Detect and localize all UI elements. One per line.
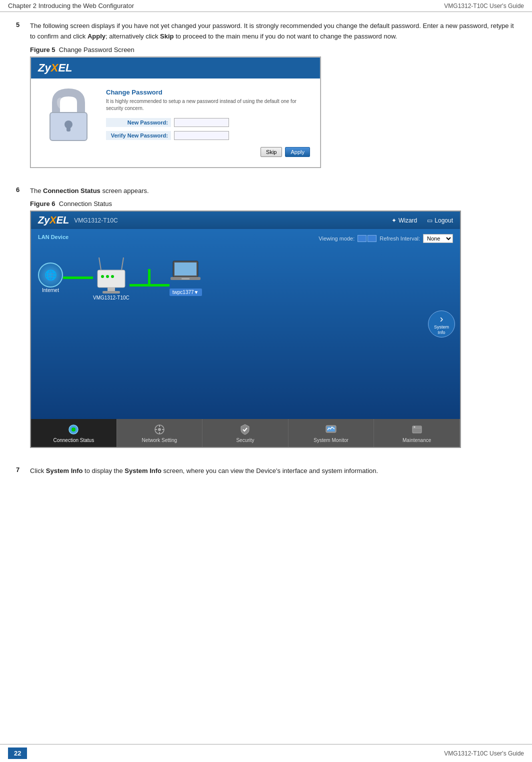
svg-point-24	[414, 426, 415, 428]
step-6-text: The Connection Status screen appears.	[30, 186, 516, 196]
svg-point-17	[72, 428, 76, 432]
cp-new-password-input[interactable]	[174, 118, 229, 127]
logout-icon: ▭	[427, 217, 432, 224]
cs-main: LAN Device Viewing mode: Refresh Interva…	[31, 229, 460, 419]
lock-icon-container	[41, 88, 96, 144]
logout-button[interactable]: ▭ Logout	[427, 217, 453, 224]
cp-new-password-label: New Password:	[106, 118, 171, 127]
step-5: 5 The following screen displays if you h…	[16, 21, 516, 177]
system-monitor-icon	[324, 423, 338, 436]
cp-form-area: Change Password It is highly recommended…	[106, 88, 310, 157]
svg-rect-15	[182, 278, 190, 280]
page-content: 5 The following screen displays if you h…	[0, 12, 532, 506]
sysinfo-arrow-icon: ›	[440, 313, 444, 324]
router-icon	[95, 255, 128, 295]
cp-header: ZyXEL	[31, 58, 320, 78]
step-number-7: 7	[16, 466, 25, 480]
wizard-button[interactable]: ✦ Wizard	[392, 217, 417, 224]
view-icon-list[interactable]	[368, 235, 376, 242]
page-header: Chapter 2 Introducing the Web Configurat…	[0, 0, 532, 12]
nav-security[interactable]: Security	[202, 419, 288, 447]
svg-point-7	[111, 275, 114, 278]
svg-rect-2	[66, 124, 70, 132]
sysinfo-label: SystemInfo	[434, 324, 449, 336]
figure-5-label: Figure 5 Change Password Screen	[30, 46, 516, 54]
nav-maintenance[interactable]: Maintenance	[374, 419, 460, 447]
connection-status-nav-label: Connection Status	[53, 438, 94, 443]
svg-point-19	[158, 428, 161, 431]
network-diagram: 🌐 Internet	[38, 255, 453, 300]
refresh-interval-select[interactable]: None 5s 10s	[423, 234, 453, 243]
laptop-icon	[170, 260, 200, 288]
viewing-mode-label: Viewing mode:	[318, 236, 354, 242]
cp-body: Change Password It is highly recommended…	[31, 78, 320, 167]
svg-rect-8	[108, 288, 115, 292]
skip-button[interactable]: Skip	[260, 147, 282, 157]
connection-status-screenshot: ZyXEL VMG1312-T10C ✦ Wizard ▭ Logout	[30, 210, 461, 448]
cp-form-title: Change Password	[106, 88, 310, 96]
cs-viewing-row: Viewing mode: Refresh Interval: None 5s …	[318, 234, 453, 243]
cs-model-label: VMG1312-T10C	[74, 217, 118, 224]
globe-icon: 🌐	[38, 262, 63, 288]
junction	[130, 269, 170, 286]
cp-new-password-row: New Password:	[106, 118, 310, 127]
step-6: 6 The Connection Status screen appears. …	[16, 186, 516, 458]
network-setting-nav-label: Network Setting	[142, 438, 178, 443]
cs-topbar-right: ✦ Wizard ▭ Logout	[392, 217, 453, 224]
svg-point-6	[106, 275, 109, 278]
connection-status-screen: ZyXEL VMG1312-T10C ✦ Wizard ▭ Logout	[30, 211, 460, 448]
laptop-device: twpc1377▼	[170, 260, 202, 296]
svg-line-11	[122, 258, 124, 270]
refresh-interval-label: Refresh Interval:	[380, 236, 420, 242]
laptop-label[interactable]: twpc1377▼	[170, 288, 202, 296]
nav-connection-status[interactable]: Connection Status	[31, 419, 117, 447]
step-7: 7 Click System Info to display the Syste…	[16, 466, 516, 480]
footer-guide-title: VMG1312-T10C User's Guide	[444, 750, 524, 757]
network-setting-icon	[153, 423, 166, 436]
security-nav-label: Security	[236, 438, 254, 443]
line-to-router	[63, 276, 93, 279]
maintenance-nav-label: Maintenance	[402, 438, 431, 443]
cs-bottomnav: Connection Status Network Setting	[31, 419, 460, 447]
cp-form-desc: It is highly recommended to setup a new …	[106, 98, 310, 112]
connection-status-icon	[67, 423, 80, 436]
cs-viewing-icons	[358, 235, 376, 242]
maintenance-icon	[410, 423, 424, 436]
page-number: 22	[8, 748, 27, 759]
guide-title-header: VMG1312-T10C User's Guide	[444, 2, 524, 10]
cp-verify-password-label: Verify New Password:	[106, 131, 171, 140]
step-6-body: The Connection Status screen appears. Fi…	[30, 186, 516, 458]
nav-network-setting[interactable]: Network Setting	[117, 419, 203, 447]
apply-button[interactable]: Apply	[285, 147, 310, 157]
security-icon	[238, 423, 252, 436]
wizard-icon: ✦	[392, 217, 396, 224]
system-monitor-nav-label: System Monitor	[314, 438, 348, 443]
figure-6-label: Figure 6 Connection Status	[30, 200, 516, 208]
cs-logo-area: ZyXEL VMG1312-T10C	[38, 214, 118, 226]
step-7-body: Click System Info to display the System …	[30, 466, 516, 480]
svg-rect-4	[98, 270, 125, 288]
logout-label: Logout	[434, 217, 453, 224]
chapter-title: Chapter 2 Introducing the Web Configurat…	[8, 2, 134, 10]
step-7-text: Click System Info to display the System …	[30, 466, 516, 476]
router-device: VMG1312-T10C	[93, 255, 130, 300]
zyxel-logo-cs: ZyXEL	[38, 214, 69, 226]
sysinfo-button[interactable]: › SystemInfo	[428, 310, 455, 338]
page-footer: 22 VMG1312-T10C User's Guide	[0, 744, 532, 762]
cs-topbar: ZyXEL VMG1312-T10C ✦ Wizard ▭ Logout	[31, 212, 460, 229]
internet-device: 🌐 Internet	[38, 262, 63, 293]
view-icon-grid[interactable]	[358, 235, 366, 242]
cp-verify-password-row: Verify New Password:	[106, 131, 310, 140]
step-number-5: 5	[16, 21, 25, 177]
change-password-screen: ZyXEL	[30, 57, 320, 168]
cp-verify-password-input[interactable]	[174, 131, 229, 140]
router-label: VMG1312-T10C	[93, 295, 130, 300]
svg-point-5	[101, 275, 104, 278]
change-password-screenshot: ZyXEL	[30, 56, 321, 168]
nav-system-monitor[interactable]: System Monitor	[288, 419, 374, 447]
internet-label: Internet	[42, 288, 59, 293]
lock-icon	[46, 88, 91, 144]
svg-rect-9	[102, 291, 120, 294]
cp-buttons: Skip Apply	[106, 147, 310, 157]
step-number-6: 6	[16, 186, 25, 458]
